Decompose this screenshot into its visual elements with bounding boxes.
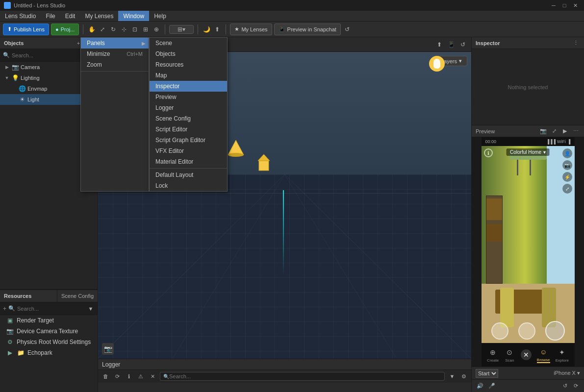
- start-select[interactable]: Start: [476, 369, 498, 378]
- minimize-btn[interactable]: ─: [549, 0, 559, 10]
- transform-tool-icon[interactable]: ⊹: [120, 25, 128, 34]
- panels-defaultlayout-item[interactable]: Default Layout: [150, 170, 227, 180]
- preview-snap-btn[interactable]: 📱 Preview in Snapchat: [274, 24, 341, 35]
- panels-objects-item[interactable]: Objects: [150, 49, 227, 59]
- logger-warn-btn[interactable]: ⚠: [136, 372, 145, 381]
- wifi-icon: WiFi: [557, 139, 566, 144]
- panels-preview-item[interactable]: Preview: [150, 92, 227, 102]
- snap-tool-icon[interactable]: ⊡: [130, 25, 139, 34]
- toolbar: ⬆ Publish Lens ● Proj... ✋ ⤢ ↻ ⊹ ⊡ ⊞ ⊕ ⊞…: [0, 22, 584, 37]
- menu-help[interactable]: Help: [149, 11, 171, 21]
- panels-scriptgraph-item[interactable]: Script Graph Editor: [150, 135, 227, 146]
- room-bg: [482, 146, 575, 343]
- move-tool-icon[interactable]: ✋: [87, 25, 96, 34]
- preview-connect-btn[interactable]: ⟳: [571, 382, 580, 391]
- panels-inspector-item[interactable]: Inspector: [150, 81, 227, 92]
- browse-icon: ☺: [538, 346, 549, 357]
- refresh-icon[interactable]: ↺: [343, 25, 352, 34]
- resources-search-input[interactable]: [17, 306, 85, 312]
- rotate-tool-icon[interactable]: ↻: [109, 25, 118, 34]
- panels-materialeditor-item[interactable]: Material Editor: [150, 156, 227, 167]
- menu-edit[interactable]: Edit: [60, 11, 80, 21]
- logger-reload-btn[interactable]: ⟳: [113, 372, 122, 381]
- panels-vfxeditor-item[interactable]: VFX Editor: [150, 146, 227, 156]
- vp-refresh-icon[interactable]: ↺: [458, 40, 467, 49]
- preview-menu-label: Preview: [155, 94, 177, 100]
- resources-search-bar: + 🔍 ▼: [0, 302, 98, 315]
- panels-scripteditor-item[interactable]: Script Editor: [150, 124, 227, 135]
- grid-tool-icon[interactable]: ⊞: [141, 25, 150, 34]
- echopark-toggle-icon[interactable]: ▶: [6, 349, 14, 357]
- preview-camera-btn[interactable]: 📷: [539, 127, 548, 136]
- scene-selector[interactable]: Colorful Home ▾: [506, 148, 550, 156]
- nav-create[interactable]: ⊕ Create: [487, 347, 499, 363]
- menu-window[interactable]: Window: [118, 11, 149, 21]
- phone-expand-btn[interactable]: ⤢: [562, 184, 572, 194]
- nav-close[interactable]: ✕: [521, 349, 532, 360]
- preview-speaker-btn[interactable]: 🔊: [476, 382, 484, 391]
- panels-resources-item[interactable]: Resources: [150, 59, 227, 70]
- publish-lens-btn[interactable]: ⬆ Publish Lens: [3, 24, 49, 35]
- panels-lock-item[interactable]: Lock: [150, 180, 227, 191]
- nav-explore[interactable]: ✦ Explore: [556, 347, 569, 363]
- resources-filter-icon[interactable]: ▼: [87, 304, 95, 313]
- render-target-item[interactable]: ▣ Render Target: [0, 315, 98, 326]
- phone-person-btn[interactable]: 👤: [562, 148, 572, 158]
- publish-icon: ⬆: [7, 26, 12, 32]
- device-camera-item[interactable]: 📷 Device Camera Texture: [0, 326, 98, 337]
- add-resource-btn[interactable]: +: [3, 305, 6, 312]
- preview-left-icons: 🔊 🎤: [476, 382, 496, 391]
- share-icon[interactable]: ⬆: [213, 25, 222, 34]
- panels-menu-item[interactable]: Panels ▶: [81, 38, 149, 49]
- nav-scan[interactable]: ⊙ Scan: [504, 347, 515, 363]
- camera-ctrl-1[interactable]: [491, 322, 508, 340]
- menu-mylenses[interactable]: My Lenses: [80, 11, 118, 21]
- logger-error-btn[interactable]: ✕: [148, 372, 157, 381]
- view-dropdown-btn[interactable]: ⊞▾: [169, 25, 194, 34]
- nav-browse[interactable]: ☺ Browse: [537, 346, 550, 363]
- preview-more-btn[interactable]: ⋯: [571, 127, 580, 136]
- zoom-menu-item[interactable]: Zoom: [81, 59, 149, 70]
- menu-file[interactable]: File: [41, 11, 60, 21]
- vp-share-icon[interactable]: ⬆: [435, 40, 444, 49]
- night-mode-btn[interactable]: 🌙: [202, 25, 211, 34]
- defaultlayout-label: Default Layout: [155, 172, 193, 178]
- menu-lensstudio[interactable]: Lens Studio: [0, 11, 41, 21]
- logger-clear-btn[interactable]: 🗑: [101, 372, 110, 381]
- objects-search-input[interactable]: [12, 52, 84, 58]
- camera-ctrl-shutter[interactable]: [545, 321, 565, 341]
- battery-icon: ▐: [567, 139, 570, 144]
- phone-bolt-btn[interactable]: ⚡: [562, 172, 572, 182]
- scale-tool-icon[interactable]: ⤢: [98, 25, 107, 34]
- panels-logger-item[interactable]: Logger: [150, 102, 227, 113]
- my-lenses-btn[interactable]: ★ My Lenses: [230, 24, 272, 35]
- lighting-toggle[interactable]: ▼: [4, 75, 10, 81]
- close-btn[interactable]: ✕: [570, 0, 580, 10]
- physics-item[interactable]: ⚙ Physics Root World Settings: [0, 337, 98, 347]
- echopark-item[interactable]: ▶ 📁 Echopark: [0, 347, 98, 358]
- phone-photo-btn[interactable]: 📷: [562, 160, 572, 170]
- preview-fullscreen-btn[interactable]: ⤢: [550, 127, 559, 136]
- logger-search-input[interactable]: [169, 373, 441, 379]
- vp-device-icon[interactable]: 📱: [447, 40, 456, 49]
- preview-mic-btn[interactable]: 🎤: [487, 382, 496, 391]
- panels-scene-item[interactable]: Scene: [150, 38, 227, 49]
- logger-info-btn[interactable]: ℹ: [125, 372, 133, 381]
- panels-sceneconfig-item[interactable]: Scene Config: [150, 113, 227, 124]
- camera-ctrl-2[interactable]: [518, 322, 535, 340]
- maximize-btn[interactable]: □: [559, 0, 569, 10]
- logger-settings-btn[interactable]: ⚙: [459, 372, 468, 381]
- logger-filter-btn[interactable]: ▼: [448, 372, 457, 381]
- panels-map-item[interactable]: Map: [150, 70, 227, 81]
- phone-overlay-info-btn[interactable]: ℹ: [484, 148, 493, 157]
- scene-config-tab[interactable]: Scene Config: [57, 290, 98, 302]
- camera-toggle[interactable]: ▶: [4, 64, 10, 70]
- viewport-camera-btn[interactable]: 📷: [102, 343, 114, 355]
- preview-sync-btn[interactable]: ↺: [560, 382, 569, 391]
- project-btn[interactable]: ● Proj...: [51, 24, 79, 35]
- preview-play-btn[interactable]: ▶: [560, 127, 569, 136]
- minimize-menu-item[interactable]: Minimize Ctrl+M: [81, 49, 149, 59]
- camera-icon[interactable]: ⊕: [152, 25, 161, 34]
- inspector-options-btn[interactable]: ⋮: [571, 39, 580, 48]
- device-selector[interactable]: iPhone X ▾: [554, 370, 580, 376]
